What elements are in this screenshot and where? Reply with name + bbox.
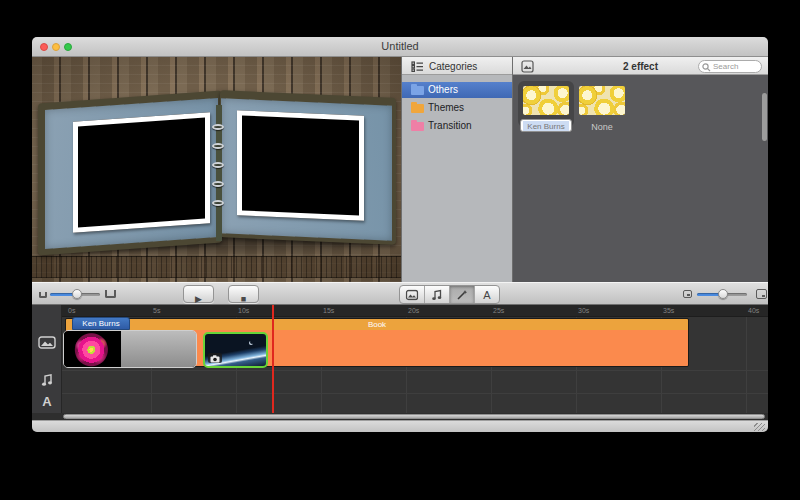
track-icon-column: A <box>32 305 62 413</box>
timeline-scrollbar-thumb[interactable] <box>63 414 765 419</box>
wood-rail <box>32 256 401 278</box>
binder-ring <box>212 162 224 168</box>
clip-size-slider[interactable] <box>50 293 100 296</box>
categories-title: Categories <box>429 61 477 72</box>
category-row-transition[interactable]: Transition <box>402 118 513 134</box>
gridline <box>746 317 747 413</box>
photo-icon <box>406 289 419 300</box>
effect-name-field[interactable] <box>520 119 572 132</box>
theme-clip-label: Book <box>66 319 688 330</box>
title-bar[interactable]: Untitled <box>32 37 768 57</box>
zoom-out-thumbnail-icon <box>683 290 692 298</box>
flower-thumbnail <box>64 331 121 367</box>
category-label: Transition <box>428 120 472 131</box>
category-row-themes[interactable]: Themes <box>402 100 513 116</box>
ruler-tick: 35s <box>663 307 674 314</box>
segment-effects[interactable] <box>450 286 475 303</box>
app-window: Untitled <box>32 37 768 432</box>
folder-icon <box>411 86 424 95</box>
category-label: Others <box>428 84 458 95</box>
window-bottom-bar <box>32 420 768 432</box>
clip-gray-extension <box>121 331 196 367</box>
playhead[interactable] <box>272 305 274 413</box>
audio-track-icon[interactable] <box>32 373 62 391</box>
categories-list-icon <box>411 61 424 72</box>
ruler-tick: 30s <box>578 307 589 314</box>
effects-header: 2 effect <box>513 57 768 75</box>
segment-text[interactable]: A <box>475 286 499 303</box>
music-note-icon <box>432 289 443 301</box>
clip-size-small-icon <box>39 292 47 298</box>
magic-wand-icon <box>456 289 468 301</box>
window-title: Untitled <box>32 40 768 52</box>
stop-button[interactable]: ■ <box>228 285 259 303</box>
search-input[interactable] <box>713 61 759 72</box>
ken-burns-effect-chip[interactable]: Ken Burns <box>72 317 130 330</box>
ruler-tick: 0s <box>68 307 75 314</box>
timeline-tracks-area[interactable]: 0s 5s 10s 15s 20s 25s 30s 35s 40s <box>62 305 768 413</box>
timeline[interactable]: A 0s 5s 10s 15s 20s 25s 30s 35s 40s <box>32 305 768 413</box>
binder-ring <box>212 181 224 187</box>
camera-badge <box>208 353 222 363</box>
folder-icon <box>411 104 424 113</box>
clip-size-large-icon <box>105 290 116 298</box>
text-track-icon[interactable]: A <box>32 394 62 409</box>
theme-clip-title-strip: Book <box>66 319 688 330</box>
category-label: Themes <box>428 102 464 113</box>
ruler-tick: 5s <box>153 307 160 314</box>
photo-frame-right[interactable] <box>237 110 364 221</box>
timeline-zoom-knob[interactable] <box>718 289 728 299</box>
text-tool-icon: A <box>483 289 490 301</box>
resize-grip-icon[interactable] <box>754 423 765 431</box>
effect-item-none[interactable] <box>579 86 625 115</box>
clip-earth-photo-selected[interactable] <box>203 332 268 368</box>
effect-name-input[interactable] <box>523 121 569 131</box>
segment-music[interactable] <box>425 286 450 303</box>
category-row-others[interactable]: Others <box>402 82 513 98</box>
binder-ring <box>212 124 224 130</box>
binder-ring <box>212 143 224 149</box>
search-field[interactable] <box>698 60 762 73</box>
effects-panel: 2 effect None <box>512 57 768 282</box>
effect-item-ken-burns[interactable] <box>523 86 569 115</box>
media-type-segmented-control: A <box>399 285 500 304</box>
track-divider <box>62 370 768 371</box>
segment-photos[interactable] <box>400 286 425 303</box>
play-icon: ▶ <box>195 294 202 304</box>
moon-detail <box>250 340 254 344</box>
toolbar: ▶ ■ <box>32 282 768 305</box>
ruler-tick: 20s <box>408 307 419 314</box>
timeline-zoom-slider[interactable] <box>697 293 747 296</box>
play-button[interactable]: ▶ <box>183 285 214 303</box>
ruler-tick: 25s <box>493 307 504 314</box>
folder-icon <box>411 122 424 131</box>
ruler-tick: 10s <box>238 307 249 314</box>
photo-track-icon[interactable] <box>32 335 62 353</box>
timeline-ruler[interactable]: 0s 5s 10s 15s 20s 25s 30s 35s 40s <box>62 305 768 317</box>
effect-none-label: None <box>579 122 625 132</box>
effects-scrollbar[interactable] <box>762 93 767 141</box>
stop-icon: ■ <box>241 294 246 304</box>
ruler-tick: 15s <box>323 307 334 314</box>
categories-header: Categories <box>402 57 512 75</box>
preview-canvas[interactable] <box>32 57 401 282</box>
camera-icon <box>210 355 220 363</box>
categories-panel: Categories Others Themes Transition <box>401 57 512 282</box>
zoom-in-thumbnail-icon <box>756 289 767 299</box>
clip-flower-photo[interactable] <box>63 330 197 368</box>
timeline-scrollbar-track <box>32 413 768 420</box>
track-divider <box>62 393 768 394</box>
clip-size-slider-knob[interactable] <box>72 289 82 299</box>
ruler-tick: 40s <box>748 307 759 314</box>
binder-ring <box>212 200 224 206</box>
search-icon <box>702 63 711 72</box>
photo-frame-left[interactable] <box>73 112 210 233</box>
